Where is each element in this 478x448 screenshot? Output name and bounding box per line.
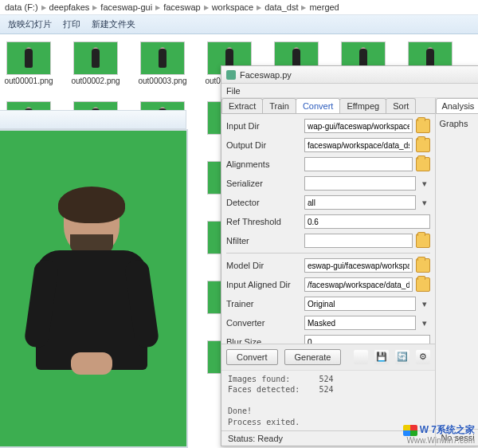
dialog-titlebar[interactable]: Faceswap.py: [221, 66, 478, 84]
tab-convert[interactable]: Convert: [296, 98, 341, 113]
crumb[interactable]: data_dst: [264, 2, 298, 12]
flag-icon: [403, 425, 417, 436]
label-output-dir: Output Dir: [226, 140, 301, 150]
nfilter-field[interactable]: [304, 234, 413, 248]
app-icon: [226, 70, 236, 80]
convert-button[interactable]: Convert: [226, 349, 278, 365]
chevron-down-icon[interactable]: ▾: [419, 176, 430, 191]
chevron-right-icon: ▶: [257, 4, 261, 11]
right-pane: Analysis Graphs No sessi: [436, 98, 478, 446]
chevron-down-icon[interactable]: ▾: [419, 316, 430, 330]
button-bar: Convert Generate 💾 🔄 ⚙: [221, 344, 435, 370]
tab-train[interactable]: Train: [262, 98, 296, 113]
faceswap-dialog: Faceswap.py File Extract Train Convert E…: [221, 65, 478, 446]
detector-field[interactable]: [304, 195, 416, 210]
print-button[interactable]: 打印: [63, 18, 80, 30]
log-output: Images found: 524 Faces detected: 524 Do…: [221, 370, 435, 431]
gear-icon[interactable]: ⚙: [416, 350, 430, 364]
menu-bar: File: [221, 84, 478, 98]
crumb[interactable]: faceswap: [163, 2, 200, 12]
thumb-image: [6, 41, 51, 75]
watermark-text: W 7系统之家: [420, 423, 475, 437]
image-preview-window[interactable]: [0, 129, 188, 448]
chevron-down-icon[interactable]: ▾: [419, 297, 430, 311]
status-value: Ready: [257, 434, 283, 443]
generate-button[interactable]: Generate: [284, 349, 342, 365]
right-tab-bar: Analysis: [436, 98, 478, 114]
explorer-toolbar: 放映幻灯片 打印 新建文件夹: [0, 15, 478, 34]
chevron-right-icon: ▶: [92, 4, 97, 11]
watermark-sub: Www.Winwin7.com: [406, 436, 475, 445]
input-dir-field[interactable]: [304, 119, 413, 133]
crumb[interactable]: faceswap-gui: [100, 2, 152, 12]
tab-sort[interactable]: Sort: [386, 98, 416, 113]
slideshow-button[interactable]: 放映幻灯片: [8, 18, 52, 30]
input-aligned-dir-field[interactable]: [304, 277, 413, 292]
thumb-label: out00003.png: [138, 77, 186, 85]
label-nfilter: Nfilter: [226, 236, 301, 246]
chevron-right-icon: ▶: [204, 4, 209, 11]
tab-extract[interactable]: Extract: [221, 98, 263, 113]
converter-field[interactable]: [304, 316, 416, 330]
folder-icon[interactable]: [416, 157, 430, 171]
label-trainer: Trainer: [226, 299, 301, 308]
convert-form: Input Dir Output Dir Alignments Serializ…: [221, 114, 435, 344]
reset-icon[interactable]: 🔄: [395, 350, 409, 364]
crumb[interactable]: merged: [309, 2, 339, 12]
label-converter: Converter: [226, 318, 301, 328]
crumb[interactable]: workspace: [212, 2, 254, 12]
thumbnail[interactable]: out00003.png: [140, 41, 185, 85]
dialog-title: Faceswap.py: [240, 70, 292, 80]
breadcrumb[interactable]: data (F:)▶ deepfakes▶ faceswap-gui▶ face…: [0, 0, 478, 15]
thumb-label: out00001.png: [4, 77, 53, 85]
chevron-right-icon: ▶: [301, 4, 306, 11]
crumb[interactable]: data (F:): [5, 2, 38, 12]
save-icon[interactable]: 💾: [374, 350, 389, 364]
label-alignments: Alignments: [226, 159, 301, 169]
label-input-aligned-dir: Input Aligned Dir: [226, 280, 301, 289]
tab-effmpeg[interactable]: Effmpeg: [339, 98, 386, 113]
thumb-image: [73, 41, 118, 75]
chevron-down-icon[interactable]: ▾: [419, 195, 430, 210]
blur-size-field[interactable]: [304, 335, 430, 344]
separator: [226, 253, 430, 253]
label-model-dir: Model Dir: [226, 261, 301, 270]
label-detector: Detector: [226, 198, 301, 207]
graphs-section: Graphs: [436, 114, 478, 133]
trainer-field[interactable]: [304, 297, 416, 311]
thumb-label: out00002.png: [71, 77, 120, 85]
thumb-image: [140, 41, 185, 75]
tab-bar: Extract Train Convert Effmpeg Sort: [221, 98, 435, 114]
ref-threshold-field[interactable]: [304, 214, 430, 229]
alignments-field[interactable]: [304, 157, 413, 171]
preview-titlebar[interactable]: [0, 110, 186, 129]
label-ref-threshold: Ref Threshold: [226, 217, 301, 226]
newfolder-button[interactable]: 新建文件夹: [92, 18, 135, 30]
label-blur-size: Blur Size: [226, 337, 301, 344]
output-dir-field[interactable]: [304, 138, 413, 152]
serializer-field[interactable]: [304, 176, 416, 191]
folder-icon[interactable]: [416, 234, 430, 248]
folder-icon[interactable]: [354, 350, 368, 364]
watermark: W 7系统之家 Www.Winwin7.com: [403, 423, 475, 437]
menu-file[interactable]: File: [226, 86, 241, 96]
preview-image: [32, 191, 151, 399]
crumb[interactable]: deepfakes: [49, 2, 90, 12]
folder-icon[interactable]: [416, 277, 430, 292]
folder-icon[interactable]: [416, 119, 430, 133]
left-pane: Extract Train Convert Effmpeg Sort Input…: [221, 98, 436, 446]
model-dir-field[interactable]: [304, 258, 413, 273]
thumbnail[interactable]: out00001.png: [6, 41, 51, 85]
chevron-right-icon: ▶: [155, 4, 160, 11]
label-input-dir: Input Dir: [226, 121, 301, 131]
status-label: Status:: [228, 434, 255, 443]
tab-analysis[interactable]: Analysis: [436, 98, 478, 113]
label-serializer: Serializer: [226, 179, 301, 188]
folder-icon[interactable]: [416, 258, 430, 273]
chevron-right-icon: ▶: [41, 4, 46, 11]
thumbnail[interactable]: out00002.png: [73, 41, 118, 85]
folder-icon[interactable]: [416, 138, 430, 152]
